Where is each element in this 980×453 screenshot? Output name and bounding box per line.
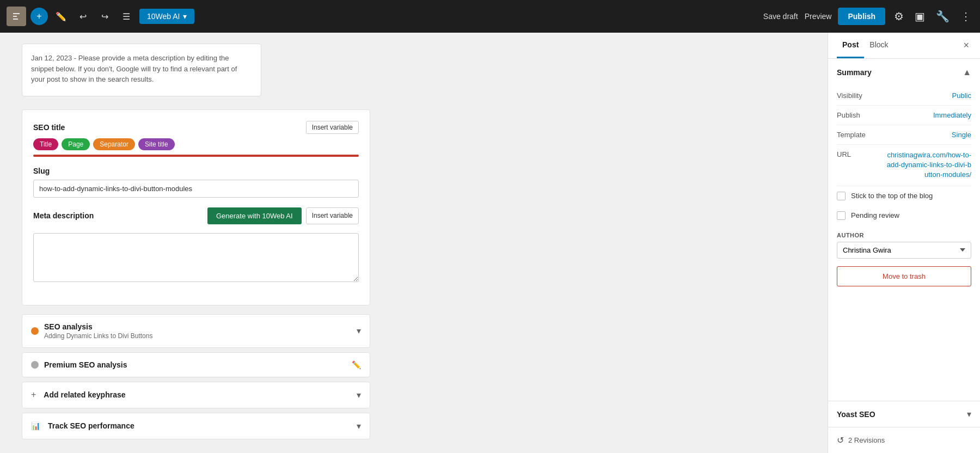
seo-title-bar [33, 155, 359, 157]
extensions-icon[interactable]: 🔧 [934, 8, 952, 25]
stick-top-checkbox[interactable] [837, 192, 846, 200]
seo-title-label: SEO title Insert variable [33, 121, 359, 134]
right-sidebar: Post Block × Summary ▲ Visibility Public… [828, 33, 980, 453]
slug-label: Slug [33, 167, 359, 175]
meta-description-label: Meta description [33, 211, 94, 220]
tab-block[interactable]: Block [864, 33, 893, 58]
template-value[interactable]: Single [952, 131, 971, 139]
meta-description-textarea[interactable] [33, 233, 359, 282]
yoast-seo-section: Yoast SEO ▾ [828, 401, 980, 427]
visibility-value[interactable]: Public [952, 91, 971, 100]
seo-analysis-info: SEO analysis Adding Dynamic Links to Div… [44, 322, 152, 340]
meta-description-field: Meta description Generate with 10Web AI … [33, 207, 359, 284]
chevron-down-icon: ▾ [183, 12, 187, 21]
meta-desc-header: Meta description Generate with 10Web AI … [33, 207, 359, 229]
track-seo-accordion: 📊 Track SEO performance ▾ [22, 413, 370, 439]
snippet-date: Jan 12, 2023 - Please provide a meta des… [31, 53, 252, 85]
tag-site-title[interactable]: Site title [138, 138, 175, 150]
edit-icon[interactable]: ✏️ [352, 360, 361, 369]
site-logo[interactable] [7, 7, 26, 26]
accordion-right: ▾ [357, 326, 361, 336]
url-label: URL [837, 150, 851, 158]
tab-post[interactable]: Post [837, 33, 864, 58]
slug-field: Slug [33, 167, 359, 198]
pending-review-checkbox[interactable] [837, 211, 846, 220]
slug-input[interactable] [33, 180, 359, 198]
summary-title: Summary [837, 68, 872, 77]
pending-review-label: Pending review [851, 211, 899, 219]
add-keyphrase-accordion: + Add related keyphrase ▾ [22, 382, 370, 408]
main-layout: Jan 12, 2023 - Please provide a meta des… [0, 33, 980, 453]
save-draft-button[interactable]: Save draft [763, 12, 798, 21]
collapse-summary-button[interactable]: ▲ [963, 68, 971, 77]
tab-group: Post Block [837, 33, 894, 58]
author-label: AUTHOR [837, 232, 971, 238]
publish-button[interactable]: Publish [838, 8, 885, 25]
url-value[interactable]: christinagwira.com/how-to-add-dynamic-li… [884, 150, 971, 180]
premium-seo-dot [31, 361, 39, 369]
add-keyphrase-title: Add related keyphrase [44, 390, 125, 399]
accordion-left: SEO analysis Adding Dynamic Links to Div… [31, 322, 152, 340]
editor-area: Jan 12, 2023 - Please provide a meta des… [0, 33, 828, 453]
stick-top-row: Stick to the top of the blog [837, 186, 971, 206]
summary-header: Summary ▲ [837, 68, 971, 77]
author-select[interactable]: Christina Gwira [837, 242, 971, 259]
accordion-right: ▾ [357, 390, 361, 400]
visibility-row: Visibility Public [837, 86, 971, 106]
premium-seo-header[interactable]: Premium SEO analysis ✏️ [22, 353, 370, 377]
tag-row: Title Page Separator Site title [33, 138, 359, 150]
seo-analysis-accordion: SEO analysis Adding Dynamic Links to Div… [22, 314, 370, 348]
chevron-down-icon: ▾ [357, 326, 361, 336]
publish-row: Publish Immediately [837, 106, 971, 125]
ai-button[interactable]: 10Web AI ▾ [139, 9, 194, 24]
seo-analysis-subtitle: Adding Dynamic Links to Divi Buttons [44, 332, 152, 340]
publish-value[interactable]: Immediately [933, 111, 971, 119]
insert-variable-button-2[interactable]: Insert variable [306, 207, 359, 224]
accordion-left: Premium SEO analysis [31, 360, 127, 369]
layout-icon[interactable]: ▣ [912, 8, 927, 25]
tag-separator[interactable]: Separator [93, 138, 135, 150]
chart-icon: 📊 [31, 421, 40, 430]
meta-actions: Generate with 10Web AI Insert variable [207, 207, 359, 224]
tag-page[interactable]: Page [62, 138, 90, 150]
url-row: URL christinagwira.com/how-to-add-dynami… [837, 145, 971, 186]
undo-button[interactable]: ↩ [74, 8, 91, 25]
accordion-left: + Add related keyphrase [31, 390, 126, 400]
template-row: Template Single [837, 125, 971, 145]
add-block-button[interactable]: + [30, 8, 48, 25]
tools-button[interactable]: ☰ [118, 8, 135, 25]
snippet-card: Jan 12, 2023 - Please provide a meta des… [22, 44, 261, 96]
redo-button[interactable]: ↪ [96, 8, 113, 25]
tag-title[interactable]: Title [33, 138, 58, 150]
insert-variable-button[interactable]: Insert variable [306, 121, 359, 134]
track-seo-header[interactable]: 📊 Track SEO performance ▾ [22, 413, 370, 439]
sidebar-content: Summary ▲ Visibility Public Publish Imme… [828, 59, 980, 401]
move-to-trash-button[interactable]: Move to trash [837, 266, 971, 286]
premium-seo-accordion: Premium SEO analysis ✏️ [22, 352, 370, 377]
revisions-label[interactable]: 2 Revisions [848, 436, 885, 444]
publish-label: Publish [837, 111, 860, 119]
chevron-down-icon: ▾ [357, 421, 361, 431]
sidebar-tabs: Post Block × [828, 33, 980, 59]
template-label: Template [837, 131, 866, 139]
stick-top-label: Stick to the top of the blog [851, 192, 933, 200]
settings-icon[interactable]: ⚙ [892, 8, 906, 25]
topbar: + ✏️ ↩ ↪ ☰ 10Web AI ▾ Save draft Preview… [0, 0, 980, 33]
add-keyphrase-header[interactable]: + Add related keyphrase ▾ [22, 382, 370, 408]
preview-button[interactable]: Preview [805, 12, 832, 21]
yoast-chevron-icon[interactable]: ▾ [967, 409, 971, 419]
generate-button[interactable]: Generate with 10Web AI [207, 207, 302, 224]
premium-seo-title: Premium SEO analysis [44, 360, 127, 369]
pending-review-row: Pending review [837, 206, 971, 225]
chevron-down-icon: ▾ [357, 390, 361, 400]
accordion-right: ✏️ [352, 360, 361, 369]
track-seo-title: Track SEO performance [48, 421, 134, 430]
more-options-icon[interactable]: ⋮ [958, 8, 973, 25]
accordion-right: ▾ [357, 421, 361, 431]
seo-analysis-header[interactable]: SEO analysis Adding Dynamic Links to Div… [22, 315, 370, 347]
close-sidebar-button[interactable]: × [961, 38, 971, 53]
edit-button[interactable]: ✏️ [52, 8, 70, 25]
accordion-sections: SEO analysis Adding Dynamic Links to Div… [22, 314, 370, 439]
visibility-label: Visibility [837, 91, 862, 100]
seo-status-dot [31, 327, 39, 335]
